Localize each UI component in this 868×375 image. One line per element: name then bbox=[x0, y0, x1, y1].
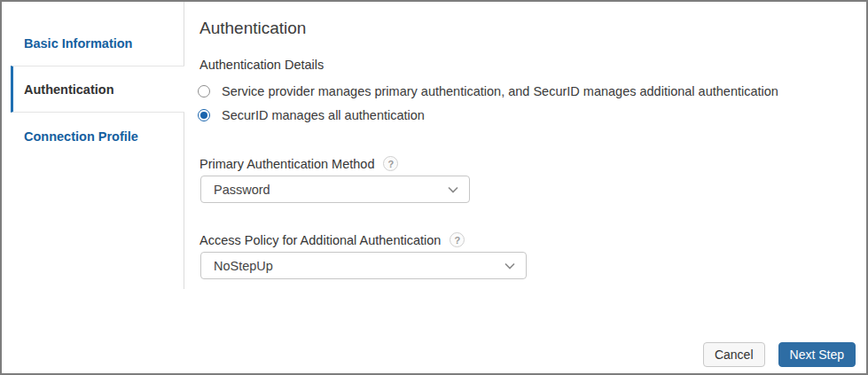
primary-auth-method-select[interactable]: Password bbox=[200, 176, 470, 203]
primary-auth-method-value: Password bbox=[214, 183, 270, 197]
access-policy-label: Access Policy for Additional Authenticat… bbox=[199, 233, 441, 247]
page-title: Authentication bbox=[199, 19, 306, 38]
radio-unselected-icon[interactable] bbox=[198, 85, 210, 98]
chevron-down-icon bbox=[504, 262, 515, 270]
footer-actions: Cancel Next Step bbox=[703, 342, 856, 367]
radio-selected-icon[interactable] bbox=[198, 109, 210, 121]
sidebar-item-basic-information[interactable]: Basic Information bbox=[24, 36, 132, 51]
radio-option-service-provider-manages[interactable]: Service provider manages primary authent… bbox=[198, 84, 778, 98]
authentication-details-label: Authentication Details bbox=[199, 58, 324, 72]
access-policy-value: NoStepUp bbox=[214, 259, 273, 273]
sidebar-item-authentication[interactable]: Authentication bbox=[11, 66, 184, 113]
access-policy-select[interactable]: NoStepUp bbox=[200, 252, 527, 279]
radio-option-label: SecurID manages all authentication bbox=[222, 108, 425, 122]
sidebar-item-connection-profile[interactable]: Connection Profile bbox=[24, 129, 138, 144]
authentication-setup-page: Basic Information Authentication Connect… bbox=[0, 0, 868, 375]
sidebar-item-label: Authentication bbox=[24, 82, 114, 97]
help-icon[interactable]: ? bbox=[383, 156, 398, 171]
radio-option-securid-manages-all[interactable]: SecurID manages all authentication bbox=[198, 108, 425, 122]
wizard-step-sidebar: Basic Information Authentication Connect… bbox=[2, 2, 184, 289]
primary-auth-method-label: Primary Authentication Method bbox=[199, 157, 374, 171]
next-step-button[interactable]: Next Step bbox=[778, 342, 856, 367]
cancel-button[interactable]: Cancel bbox=[703, 342, 765, 367]
chevron-down-icon bbox=[448, 186, 458, 193]
help-icon[interactable]: ? bbox=[450, 232, 465, 247]
radio-option-label: Service provider manages primary authent… bbox=[222, 84, 778, 98]
